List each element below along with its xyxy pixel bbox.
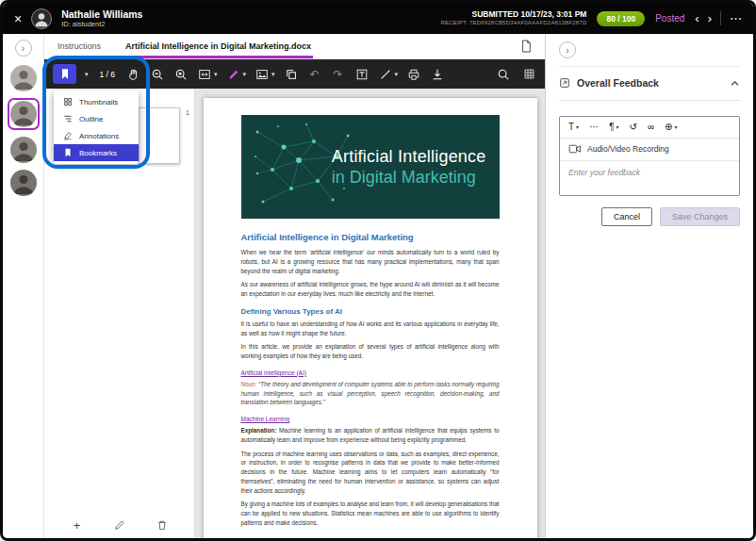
- main-area: › Instr: [3, 34, 753, 538]
- student-roster-strip: ›: [3, 34, 44, 538]
- student-navigation: ‹ › ⋯: [695, 11, 742, 25]
- document-banner-image: Artificial Intelligence in Digital Marke…: [241, 115, 500, 219]
- text-box-icon[interactable]: [354, 67, 370, 82]
- roster-expand-icon[interactable]: ›: [15, 40, 32, 57]
- top-bar-right: SUBMITTED 10/17/23, 3:01 PM RECEIPT: 7ED…: [440, 9, 742, 26]
- menu-item-label: Outline: [79, 115, 103, 123]
- print-icon[interactable]: [406, 67, 421, 82]
- student-avatar: [31, 8, 52, 29]
- overflow-menu-icon[interactable]: ⋯: [730, 11, 742, 25]
- feedback-actions: Cancel Save Changes: [559, 207, 740, 226]
- roster-avatar: [10, 101, 37, 127]
- student-name: Nathalie Williams: [61, 8, 142, 21]
- next-student-icon[interactable]: ›: [708, 12, 712, 25]
- fit-view-tool[interactable]: ▾: [197, 67, 218, 82]
- page-indicator: 1 / 6: [100, 70, 116, 79]
- chevron-down-icon: ▾: [243, 71, 247, 78]
- chevron-down-icon: ▾: [576, 124, 579, 130]
- add-page-icon[interactable]: +: [70, 517, 85, 533]
- pan-hand-icon[interactable]: [126, 67, 141, 82]
- menu-item-label: Bookmarks: [79, 149, 117, 157]
- document-page: Artificial Intelligence in Digital Marke…: [204, 98, 537, 538]
- menu-item-label: Thumbnails: [79, 98, 118, 107]
- document-paragraph: By giving a machine lots of examples to …: [241, 500, 500, 527]
- score-badge[interactable]: 80 / 100: [597, 11, 645, 26]
- toolbar-right-group: [496, 67, 536, 82]
- feedback-input[interactable]: Enter your feedback: [560, 161, 739, 195]
- grid-apps-icon[interactable]: [521, 67, 536, 82]
- menu-item-thumbnails[interactable]: Thumbnails: [54, 93, 139, 110]
- document-outline-icon[interactable]: [520, 40, 532, 53]
- submitted-timestamp: SUBMITTED 10/17/23, 3:01 PM: [440, 9, 586, 20]
- document-heading: Artificial Intelligence in Digital Marke…: [241, 232, 500, 242]
- audio-video-recording-button[interactable]: Audio/Video Recording: [560, 139, 739, 161]
- feedback-panel: › Overall Feedback T ▾ ⋯: [545, 34, 753, 538]
- receipt-id: RECEIPT: 7ED6928CB5D34AF0AAAFD2A813BF287…: [440, 20, 586, 27]
- document-paragraph: In this article, we provide an explanati…: [241, 342, 500, 361]
- menu-item-annotations[interactable]: Annotations: [54, 127, 139, 144]
- feedback-header: Overall Feedback: [559, 66, 740, 101]
- edit-pencil-icon[interactable]: [112, 517, 127, 533]
- feedback-icon: [559, 77, 570, 89]
- audio-video-label: Audio/Video Recording: [587, 144, 669, 154]
- more-options-icon[interactable]: ⋯: [589, 123, 599, 132]
- roster-avatar[interactable]: [10, 137, 37, 163]
- insert-icon: ⊕: [665, 123, 672, 132]
- thumbnail-page-number: 1: [186, 109, 189, 116]
- page-thumbnail[interactable]: [139, 107, 180, 164]
- cancel-button[interactable]: Cancel: [601, 207, 652, 226]
- roster-avatar[interactable]: [10, 65, 37, 91]
- collapse-chevron-icon[interactable]: [730, 80, 740, 87]
- download-icon[interactable]: [430, 67, 445, 82]
- student-identity: Nathalie Williams ID: aistudent2: [61, 8, 142, 29]
- previous-student-icon[interactable]: ‹: [695, 12, 698, 25]
- quote-text: “The theory and development of computer …: [241, 381, 500, 406]
- text-style-tool[interactable]: T ▾: [568, 123, 579, 132]
- document-paragraph: When we hear the term ‘artificial intell…: [241, 248, 500, 275]
- document-canvas[interactable]: Artificial Intelligence in Digital Marke…: [195, 89, 545, 538]
- editor-undo-icon[interactable]: ↺: [630, 123, 637, 132]
- redo-icon[interactable]: ↷: [331, 67, 346, 82]
- pdf-viewer: ▾ 1 / 6 ▾: [44, 59, 545, 538]
- paragraph-tool[interactable]: ¶ ▾: [609, 123, 618, 132]
- line-tool[interactable]: ▾: [378, 67, 399, 82]
- sidebar-menu-chevron-icon[interactable]: ▾: [85, 71, 89, 78]
- document-subheading: Defining Various Types of AI: [241, 307, 500, 316]
- image-icon: [255, 67, 270, 82]
- menu-item-bookmarks[interactable]: Bookmarks: [54, 144, 139, 161]
- save-changes-button[interactable]: Save Changes: [660, 207, 740, 226]
- link-icon[interactable]: ∞: [648, 123, 654, 132]
- video-camera-icon: [568, 144, 582, 154]
- trash-icon[interactable]: [155, 517, 170, 533]
- tab-instructions[interactable]: Instructions: [58, 34, 101, 58]
- undo-icon[interactable]: ↶: [307, 67, 322, 82]
- panel-expand-icon[interactable]: ›: [559, 41, 576, 58]
- document-paragraph: It is useful to have an understanding of…: [241, 320, 500, 338]
- tab-document[interactable]: Artificial Intelligence in Digital Marke…: [125, 34, 311, 58]
- drawing-tool[interactable]: ▾: [226, 67, 247, 82]
- roster-avatar[interactable]: [10, 170, 37, 196]
- annotation-toolbar: ▾ 1 / 6 ▾: [44, 59, 545, 89]
- menu-item-label: Annotations: [79, 132, 119, 140]
- search-icon[interactable]: [496, 67, 511, 82]
- document-term: Artificial intelligence (AI): [241, 369, 500, 376]
- student-id: ID: aistudent2: [61, 20, 142, 28]
- status-badge: Posted: [655, 13, 684, 24]
- chevron-down-icon: ▾: [674, 124, 677, 130]
- roster-avatar-selected[interactable]: [8, 98, 40, 130]
- text-style-icon: T: [568, 123, 574, 132]
- insert-content-tool[interactable]: ⊕ ▾: [665, 123, 677, 132]
- image-stamp-tool[interactable]: ▾: [255, 67, 275, 82]
- zoom-out-icon[interactable]: [150, 67, 165, 82]
- sidebar-bookmark-button[interactable]: [53, 64, 76, 84]
- copy-icon[interactable]: [284, 67, 299, 82]
- menu-item-outline[interactable]: Outline: [54, 110, 139, 127]
- chevron-down-icon: ▾: [271, 71, 275, 78]
- document-quote: Noun: “The theory and development of com…: [241, 380, 500, 407]
- quote-label: Noun:: [241, 381, 257, 387]
- zoom-in-icon[interactable]: [173, 67, 189, 82]
- feedback-editor: T ▾ ⋯ ¶ ▾ ↺ ∞ ⊕ ▾: [559, 116, 740, 196]
- chevron-down-icon: ▾: [214, 71, 218, 78]
- fit-width-icon: [197, 67, 212, 82]
- close-icon[interactable]: ×: [14, 12, 22, 25]
